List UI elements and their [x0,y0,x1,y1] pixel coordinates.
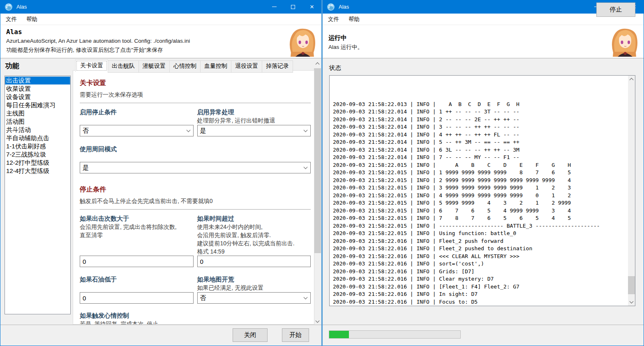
tab[interactable]: 心情控制 [169,60,201,73]
footer-bar: 关闭 开始 [0,325,321,346]
time-over-label: 如果时间超过 [197,215,311,223]
menu-file[interactable]: 文件 [328,16,339,23]
divider [80,209,311,210]
count-gt-desc: 会沿用先前设置, 完成出击将扣除次数, 直至清零 [80,223,194,239]
log-output: 2020-09-03 21:58:22.013 | INFO | A B C D… [330,76,628,306]
oil-low-label: 如果石油低于 [80,275,194,284]
close-app-button[interactable]: 关闭 [233,328,268,342]
map-clear-select[interactable]: 否 [197,292,311,304]
count-gt-input[interactable] [80,256,194,267]
mood-ctrl-desc: 若是, 等待回复, 完成本次, 停止 [80,320,311,325]
runner-window: Alas × 文件 帮助 运行中 Alas 运行中。 [322,0,644,346]
titlebar[interactable]: Alas × [0,0,321,14]
maximize-button[interactable] [284,0,302,14]
scroll-down-icon[interactable] [628,299,635,306]
window-title: Alas [339,4,349,10]
section-desc: 触发后不会马上停止会先完成当前出击, 不需要就填0 [80,197,311,205]
start-button[interactable]: 开始 [282,328,309,342]
menu-help[interactable]: 帮助 [349,16,360,23]
close-button[interactable]: × [302,0,321,14]
log-line: 2020-09-03 21:58:22.015 | INFO | 2 9999 … [333,177,628,185]
app-header: Alas AzurLaneAutoScript, An Azur Lane au… [0,25,321,58]
scroll-up-icon[interactable] [314,60,321,67]
log-scrollbar[interactable] [628,76,635,306]
log-line: 2020-09-03 21:58:22.014 | INFO | 5 -- ++… [333,138,628,146]
minimize-icon [272,7,277,7]
window-controls: × [265,0,321,14]
sidebar-item[interactable]: 设备设置 [5,93,70,101]
tab[interactable]: 潜艇设置 [138,60,170,73]
log-line: 2020-09-03 21:58:22.015 | INFO | 6 7 6 5… [333,207,628,215]
log-line: 2020-09-03 21:58:22.016 | INFO | <<< CLE… [333,253,628,261]
sidebar-item[interactable]: 收菜设置 [5,85,70,93]
tab[interactable]: 关卡设置 [75,60,108,72]
chevron-down-icon [304,128,308,132]
scrollbar-thumb[interactable] [314,68,321,253]
sidebar-item[interactable]: 主线图 [5,109,70,118]
oil-low-input[interactable] [80,292,194,304]
log-line: 2020-09-03 21:58:22.014 | INFO | 1 ++ --… [333,108,628,116]
progress-bar [329,330,461,339]
sidebar-item[interactable]: 共斗活动 [5,126,70,134]
scrollbar-thumb[interactable] [628,276,635,294]
loop-mode-select[interactable]: 是 [80,162,311,173]
stop-button[interactable]: 停止 [596,2,635,17]
avatar [610,27,639,57]
sidebar-item[interactable]: 1-1伏击刷好感 [5,142,70,150]
menu-help[interactable]: 帮助 [26,16,37,23]
minimize-button[interactable] [265,0,284,14]
titlebar[interactable]: Alas × [323,0,644,14]
oil-low-desc [80,284,194,292]
status-heading: 状态 [329,64,341,72]
panel-scrollbar[interactable] [314,60,321,325]
count-gt-label: 如果出击次数大于 [80,215,194,223]
enable-stop-desc [80,116,194,125]
loop-mode-desc [80,153,311,162]
sidebar-item[interactable]: 12-4打大型练级 [5,167,70,175]
scroll-up-icon[interactable] [628,76,635,83]
log-line: 2020-09-03 21:58:22.015 | INFO | 5 9999 … [333,199,628,207]
log-line: 2020-09-03 21:58:22.014 | INFO | 3 -- --… [333,123,628,131]
log-line: 2020-09-03 21:58:22.015 | INFO | 4 9999 … [333,192,628,200]
log-line: 2020-09-03 21:58:22.014 | INFO | 2 -- --… [333,116,628,124]
loop-mode-label: 使用周回模式 [80,145,311,153]
menubar: 文件 帮助 [323,14,644,25]
section-title: 停止条件 [80,185,311,194]
maximize-icon [291,5,295,9]
sidebar-item[interactable]: 12-2打中型练级 [5,159,70,167]
scroll-down-icon[interactable] [314,318,321,325]
log-line: 2020-09-03 21:58:22.015 | INFO | 1 9999 … [333,169,628,177]
sidebar-item[interactable]: 每日任务困难演习 [5,101,70,109]
tab[interactable]: 退役设置 [231,60,262,73]
log-line: 2020-09-03 21:58:22.016 | INFO | In sigh… [333,291,628,298]
function-listbox: 出击设置 收菜设置 设备设置 每日任务困难演习 主线图 活动图 共斗活动 半自动… [5,76,71,314]
tab[interactable]: 血量控制 [200,60,231,73]
settings-panel: 关卡设置 需要运行一次来保存选项 启用停止条件 启用异常处理 处理部分异常, 运… [73,70,314,325]
chevron-down-icon [304,165,308,169]
sidebar-item[interactable]: 7-2三战拣垃圾 [5,150,70,159]
run-status-subtitle: Alas 运行中。 [328,44,363,51]
tab[interactable]: 出击舰队 [108,60,139,73]
sidebar-item[interactable]: 半自动辅助点击 [5,134,70,142]
divider [80,103,311,103]
log-line: 2020-09-03 21:58:22.014 | INFO | 6 3L --… [333,146,628,154]
sidebar-item[interactable]: 出击设置 [5,76,70,85]
app-title: Alas [6,28,22,36]
sidebar-item[interactable]: 活动图 [5,118,70,126]
progress-fill [329,331,349,338]
enable-stop-select[interactable]: 否 [80,125,194,136]
mood-ctrl-label: 如果触发心情控制 [80,311,311,320]
log-line: 2020-09-03 21:58:22.016 | INFO | Grids: … [333,268,628,276]
emergency-select[interactable]: 是 [197,125,311,136]
emergency-desc: 处理部分异常, 运行出错时撤退 [197,116,311,125]
app-logo-icon [5,3,13,11]
tab[interactable]: 掉落记录 [262,60,293,73]
log-line: 2020-09-03 21:58:22.014 | INFO | 4 ++ ++… [333,131,628,139]
chevron-down-icon [186,128,190,132]
time-over-input[interactable] [197,256,311,267]
section-desc: 需要运行一次来保存选项 [80,91,311,99]
log-line: 2020-09-03 21:58:22.013 | INFO | A B C D… [333,101,628,108]
menu-file[interactable]: 文件 [6,16,17,23]
section-title: 关卡设置 [80,79,311,87]
emergency-label: 启用异常处理 [197,108,311,116]
